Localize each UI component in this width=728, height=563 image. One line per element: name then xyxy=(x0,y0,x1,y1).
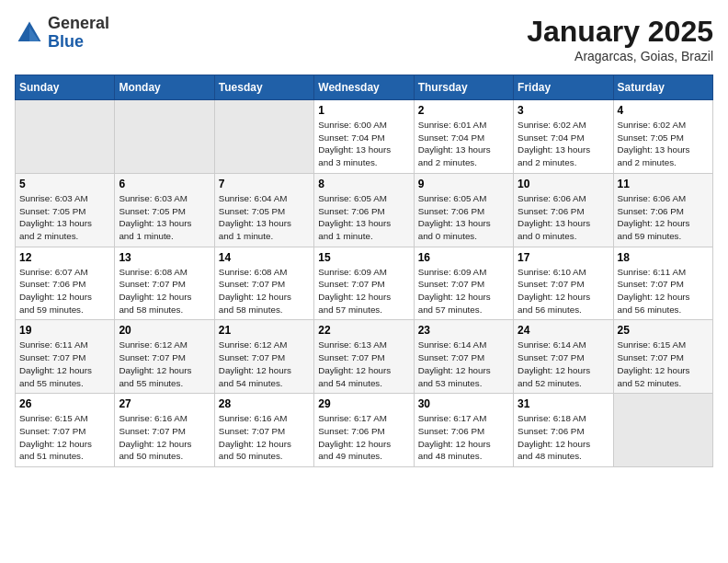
day-info: Sunrise: 6:16 AM Sunset: 7:07 PM Dayligh… xyxy=(119,412,210,463)
calendar-cell xyxy=(16,100,115,174)
day-number: 22 xyxy=(318,324,409,337)
day-number: 16 xyxy=(418,251,509,264)
day-info: Sunrise: 6:11 AM Sunset: 7:07 PM Dayligh… xyxy=(618,266,709,316)
svg-marker-1 xyxy=(29,27,40,41)
day-header-saturday: Saturday xyxy=(613,75,712,100)
calendar-cell: 19Sunrise: 6:11 AM Sunset: 7:07 PM Dayli… xyxy=(16,320,115,394)
calendar-cell: 27Sunrise: 6:16 AM Sunset: 7:07 PM Dayli… xyxy=(115,394,214,467)
day-number: 3 xyxy=(518,104,609,117)
day-info: Sunrise: 6:13 AM Sunset: 7:07 PM Dayligh… xyxy=(318,339,409,389)
day-header-thursday: Thursday xyxy=(414,75,513,100)
calendar-cell xyxy=(214,100,313,174)
calendar-week-row: 1Sunrise: 6:00 AM Sunset: 7:04 PM Daylig… xyxy=(16,100,713,174)
day-info: Sunrise: 6:17 AM Sunset: 7:06 PM Dayligh… xyxy=(418,412,509,463)
logo-general-text: General xyxy=(48,15,109,33)
day-info: Sunrise: 6:12 AM Sunset: 7:07 PM Dayligh… xyxy=(219,339,310,389)
day-info: Sunrise: 6:18 AM Sunset: 7:06 PM Dayligh… xyxy=(518,412,609,463)
day-number: 24 xyxy=(518,324,609,337)
calendar-cell: 9Sunrise: 6:05 AM Sunset: 7:06 PM Daylig… xyxy=(414,173,513,247)
title-block: January 2025 Aragarcas, Goias, Brazil xyxy=(527,15,713,63)
day-number: 30 xyxy=(418,397,509,410)
day-info: Sunrise: 6:09 AM Sunset: 7:07 PM Dayligh… xyxy=(318,266,409,316)
calendar-week-row: 19Sunrise: 6:11 AM Sunset: 7:07 PM Dayli… xyxy=(16,320,713,394)
calendar-cell: 29Sunrise: 6:17 AM Sunset: 7:06 PM Dayli… xyxy=(314,394,414,467)
logo: General Blue xyxy=(15,15,109,52)
day-info: Sunrise: 6:15 AM Sunset: 7:07 PM Dayligh… xyxy=(19,412,110,463)
day-info: Sunrise: 6:11 AM Sunset: 7:07 PM Dayligh… xyxy=(19,339,110,389)
day-info: Sunrise: 6:14 AM Sunset: 7:07 PM Dayligh… xyxy=(518,339,609,389)
day-number: 20 xyxy=(119,324,210,337)
calendar-week-row: 12Sunrise: 6:07 AM Sunset: 7:06 PM Dayli… xyxy=(16,247,713,320)
calendar-header-row: SundayMondayTuesdayWednesdayThursdayFrid… xyxy=(16,75,713,100)
calendar-cell: 2Sunrise: 6:01 AM Sunset: 7:04 PM Daylig… xyxy=(414,100,513,174)
day-info: Sunrise: 6:10 AM Sunset: 7:07 PM Dayligh… xyxy=(518,266,609,316)
calendar-cell: 10Sunrise: 6:06 AM Sunset: 7:06 PM Dayli… xyxy=(514,173,613,247)
day-number: 28 xyxy=(219,397,310,410)
calendar-cell: 5Sunrise: 6:03 AM Sunset: 7:05 PM Daylig… xyxy=(16,173,115,247)
day-info: Sunrise: 6:03 AM Sunset: 7:05 PM Dayligh… xyxy=(119,192,210,243)
calendar-week-row: 26Sunrise: 6:15 AM Sunset: 7:07 PM Dayli… xyxy=(16,394,713,467)
day-number: 9 xyxy=(418,178,509,190)
day-info: Sunrise: 6:03 AM Sunset: 7:05 PM Dayligh… xyxy=(19,192,110,243)
day-number: 5 xyxy=(19,178,110,190)
calendar-cell: 28Sunrise: 6:16 AM Sunset: 7:07 PM Dayli… xyxy=(214,394,313,467)
calendar-cell: 31Sunrise: 6:18 AM Sunset: 7:06 PM Dayli… xyxy=(514,394,613,467)
day-number: 23 xyxy=(418,324,509,337)
day-header-monday: Monday xyxy=(115,75,214,100)
day-number: 18 xyxy=(618,251,709,264)
calendar-cell: 26Sunrise: 6:15 AM Sunset: 7:07 PM Dayli… xyxy=(16,394,115,467)
day-header-friday: Friday xyxy=(514,75,613,100)
day-info: Sunrise: 6:05 AM Sunset: 7:06 PM Dayligh… xyxy=(318,192,409,243)
calendar-cell: 21Sunrise: 6:12 AM Sunset: 7:07 PM Dayli… xyxy=(214,320,313,394)
day-info: Sunrise: 6:02 AM Sunset: 7:05 PM Dayligh… xyxy=(618,119,709,169)
calendar-cell: 7Sunrise: 6:04 AM Sunset: 7:05 PM Daylig… xyxy=(214,173,313,247)
page-header: General Blue January 2025 Aragarcas, Goi… xyxy=(15,15,713,63)
day-info: Sunrise: 6:02 AM Sunset: 7:04 PM Dayligh… xyxy=(518,119,609,169)
day-number: 12 xyxy=(19,251,110,264)
logo-icon xyxy=(15,18,44,48)
day-header-sunday: Sunday xyxy=(16,75,115,100)
calendar-cell: 14Sunrise: 6:08 AM Sunset: 7:07 PM Dayli… xyxy=(214,247,313,320)
calendar-cell: 24Sunrise: 6:14 AM Sunset: 7:07 PM Dayli… xyxy=(514,320,613,394)
calendar-cell: 13Sunrise: 6:08 AM Sunset: 7:07 PM Dayli… xyxy=(115,247,214,320)
day-number: 1 xyxy=(318,104,409,117)
day-number: 26 xyxy=(19,397,110,410)
day-info: Sunrise: 6:15 AM Sunset: 7:07 PM Dayligh… xyxy=(618,339,709,389)
calendar-cell: 12Sunrise: 6:07 AM Sunset: 7:06 PM Dayli… xyxy=(16,247,115,320)
day-number: 14 xyxy=(219,251,310,264)
day-info: Sunrise: 6:08 AM Sunset: 7:07 PM Dayligh… xyxy=(219,266,310,316)
day-info: Sunrise: 6:06 AM Sunset: 7:06 PM Dayligh… xyxy=(618,192,709,243)
day-number: 13 xyxy=(119,251,210,264)
day-header-tuesday: Tuesday xyxy=(214,75,313,100)
day-number: 2 xyxy=(418,104,509,117)
calendar-cell: 20Sunrise: 6:12 AM Sunset: 7:07 PM Dayli… xyxy=(115,320,214,394)
day-number: 6 xyxy=(119,178,210,190)
day-number: 17 xyxy=(518,251,609,264)
day-info: Sunrise: 6:00 AM Sunset: 7:04 PM Dayligh… xyxy=(318,119,409,169)
calendar-cell: 25Sunrise: 6:15 AM Sunset: 7:07 PM Dayli… xyxy=(613,320,712,394)
calendar-cell: 16Sunrise: 6:09 AM Sunset: 7:07 PM Dayli… xyxy=(414,247,513,320)
day-number: 25 xyxy=(618,324,709,337)
calendar-cell: 23Sunrise: 6:14 AM Sunset: 7:07 PM Dayli… xyxy=(414,320,513,394)
day-number: 19 xyxy=(19,324,110,337)
calendar-cell: 11Sunrise: 6:06 AM Sunset: 7:06 PM Dayli… xyxy=(613,173,712,247)
calendar-cell: 18Sunrise: 6:11 AM Sunset: 7:07 PM Dayli… xyxy=(613,247,712,320)
day-info: Sunrise: 6:17 AM Sunset: 7:06 PM Dayligh… xyxy=(318,412,409,463)
day-header-wednesday: Wednesday xyxy=(314,75,414,100)
day-number: 29 xyxy=(318,397,409,410)
day-info: Sunrise: 6:04 AM Sunset: 7:05 PM Dayligh… xyxy=(219,192,310,243)
calendar-cell: 4Sunrise: 6:02 AM Sunset: 7:05 PM Daylig… xyxy=(613,100,712,174)
calendar-week-row: 5Sunrise: 6:03 AM Sunset: 7:05 PM Daylig… xyxy=(16,173,713,247)
day-info: Sunrise: 6:06 AM Sunset: 7:06 PM Dayligh… xyxy=(518,192,609,243)
page-subtitle: Aragarcas, Goias, Brazil xyxy=(527,49,713,63)
day-number: 11 xyxy=(618,178,709,190)
day-info: Sunrise: 6:16 AM Sunset: 7:07 PM Dayligh… xyxy=(219,412,310,463)
day-number: 15 xyxy=(318,251,409,264)
day-number: 27 xyxy=(119,397,210,410)
calendar-cell: 3Sunrise: 6:02 AM Sunset: 7:04 PM Daylig… xyxy=(514,100,613,174)
logo-blue-text: Blue xyxy=(48,33,109,52)
calendar-table: SundayMondayTuesdayWednesdayThursdayFrid… xyxy=(15,75,713,467)
calendar-cell: 15Sunrise: 6:09 AM Sunset: 7:07 PM Dayli… xyxy=(314,247,414,320)
day-number: 21 xyxy=(219,324,310,337)
day-number: 31 xyxy=(518,397,609,410)
